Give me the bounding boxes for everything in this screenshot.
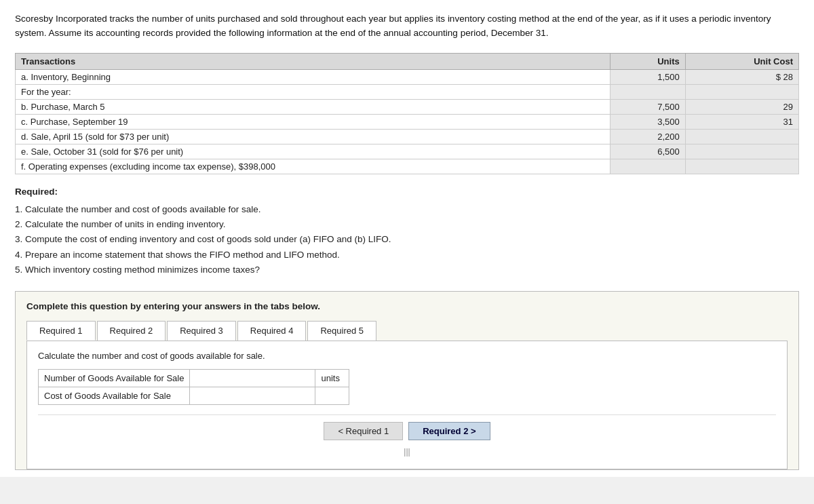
number-of-goods-input-cell[interactable] (190, 370, 315, 387)
cost-of-goods-input[interactable] (193, 389, 312, 402)
table-row: e. Sale, October 31 (sold for $76 per un… (16, 144, 799, 159)
units-cell: 7,500 (610, 99, 685, 114)
table-row: For the year: (16, 84, 799, 99)
tab-required-4[interactable]: Required 4 (237, 321, 307, 341)
requirements-list: 1. Calculate the number and cost of good… (15, 202, 799, 277)
cost-cell (685, 159, 798, 174)
input-table: Number of Goods Available for Sale units… (38, 369, 349, 405)
cost-of-goods-input-cell[interactable] (190, 387, 315, 405)
units-cell: 3,500 (610, 114, 685, 129)
intro-paragraph: Scoresby Incorporated tracks the number … (15, 12, 799, 41)
units-cell (610, 159, 685, 174)
units-cell (610, 84, 685, 99)
transaction-cell: For the year: (16, 84, 610, 99)
requirement-item: 3. Compute the cost of ending inventory … (15, 232, 799, 247)
requirement-item: 5. Which inventory costing method minimi… (15, 263, 799, 277)
transaction-cell: c. Purchase, September 19 (16, 114, 610, 129)
scrollbar-hint: ||| (38, 444, 776, 458)
next-nav-button[interactable]: Required 2 > (408, 422, 490, 440)
cost-cell (685, 84, 798, 99)
number-of-goods-label: Number of Goods Available for Sale (39, 370, 190, 387)
tab-content-area: Calculate the number and cost of goods a… (26, 341, 788, 469)
cost-cell: $ 28 (685, 69, 798, 84)
cost-cell: 29 (685, 99, 798, 114)
requirement-item: 2. Calculate the number of units in endi… (15, 217, 799, 232)
table-row: c. Purchase, September 19 3,500 31 (16, 114, 799, 129)
units-cell: 1,500 (610, 69, 685, 84)
transaction-cell: b. Purchase, March 5 (16, 99, 610, 114)
complete-box-title: Complete this question by entering your … (26, 301, 788, 311)
tab-instruction: Calculate the number and cost of goods a… (38, 351, 776, 361)
required-heading: Required: (15, 187, 799, 197)
input-row-number-of-goods: Number of Goods Available for Sale units (39, 370, 349, 387)
units-cell: 6,500 (610, 144, 685, 159)
table-row: a. Inventory, Beginning 1,500 $ 28 (16, 69, 799, 84)
requirement-item: 4. Prepare an income statement that show… (15, 248, 799, 263)
transaction-cell: a. Inventory, Beginning (16, 69, 610, 84)
col-header-unit-cost: Unit Cost (685, 53, 798, 69)
col-header-units: Units (610, 53, 685, 69)
table-row: d. Sale, April 15 (sold for $73 per unit… (16, 129, 799, 144)
cost-of-goods-label: Cost of Goods Available for Sale (39, 387, 190, 405)
transactions-table: Transactions Units Unit Cost a. Inventor… (15, 53, 799, 174)
tab-required-1[interactable]: Required 1 (26, 321, 96, 341)
bottom-nav: < Required 1 Required 2 > (38, 414, 776, 444)
number-of-goods-unit: units (315, 370, 349, 387)
transaction-cell: d. Sale, April 15 (sold for $73 per unit… (16, 129, 610, 144)
number-of-goods-input[interactable] (193, 372, 312, 385)
cost-cell (685, 144, 798, 159)
col-header-transactions: Transactions (16, 53, 610, 69)
cost-cell (685, 129, 798, 144)
tab-required-3[interactable]: Required 3 (167, 321, 236, 341)
complete-question-box: Complete this question by entering your … (15, 291, 799, 470)
tabs-row: Required 1 Required 2 Required 3 Require… (26, 321, 788, 341)
transaction-cell: f. Operating expenses (excluding income … (16, 159, 610, 174)
table-row: b. Purchase, March 5 7,500 29 (16, 99, 799, 114)
table-row: f. Operating expenses (excluding income … (16, 159, 799, 174)
tab-required-5[interactable]: Required 5 (307, 321, 376, 341)
input-row-cost-of-goods: Cost of Goods Available for Sale (39, 387, 349, 405)
units-cell: 2,200 (610, 129, 685, 144)
cost-of-goods-unit (315, 387, 349, 405)
cost-cell: 31 (685, 114, 798, 129)
requirement-item: 1. Calculate the number and cost of good… (15, 202, 799, 217)
prev-nav-button[interactable]: < Required 1 (324, 422, 403, 440)
transaction-cell: e. Sale, October 31 (sold for $76 per un… (16, 144, 610, 159)
tab-required-2[interactable]: Required 2 (97, 321, 166, 341)
